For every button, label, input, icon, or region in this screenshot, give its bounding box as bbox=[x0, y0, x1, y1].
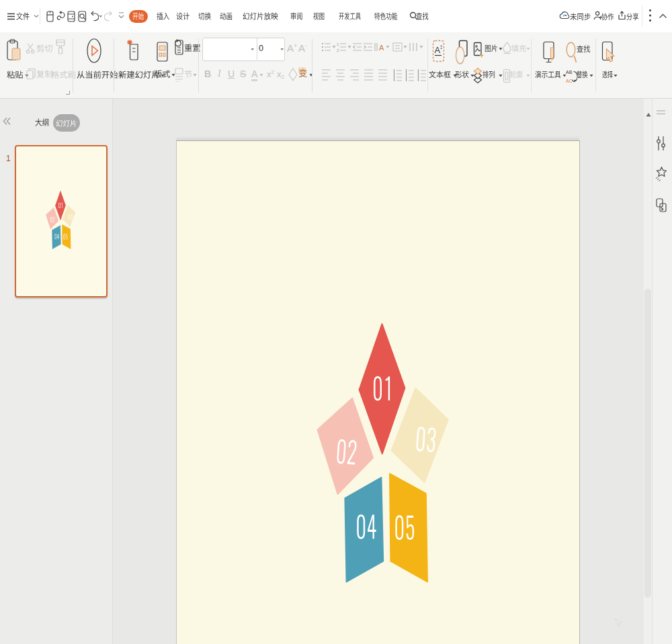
svg-text:2: 2 bbox=[337, 48, 339, 52]
svg-text:AC: AC bbox=[566, 79, 573, 83]
svg-text:AB: AB bbox=[566, 70, 573, 75]
svg-text:1: 1 bbox=[337, 42, 339, 46]
svg-text:A: A bbox=[435, 45, 441, 55]
svg-text:A: A bbox=[379, 44, 384, 52]
